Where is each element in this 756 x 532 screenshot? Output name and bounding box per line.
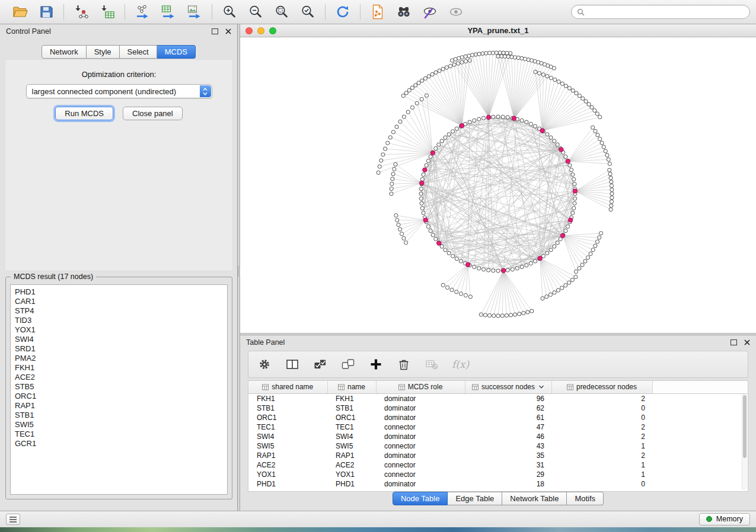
- network-node[interactable]: [546, 251, 549, 255]
- network-node[interactable]: [609, 176, 613, 180]
- network-node[interactable]: [553, 78, 557, 81]
- cell-mcds_role[interactable]: dominator: [376, 479, 465, 489]
- tab-motifs[interactable]: Motifs: [567, 492, 604, 505]
- dominator-node[interactable]: [559, 148, 563, 152]
- cell-shared_name[interactable]: RAP1: [248, 451, 327, 460]
- network-node[interactable]: [379, 159, 383, 162]
- network-node[interactable]: [388, 136, 392, 139]
- network-node[interactable]: [605, 153, 609, 157]
- network-node[interactable]: [546, 133, 549, 136]
- panel-menu-button[interactable]: [6, 514, 20, 525]
- cell-name[interactable]: ACE2: [327, 460, 376, 470]
- network-node[interactable]: [482, 116, 486, 120]
- zoom-in-button[interactable]: [219, 2, 240, 21]
- mcds-result-list[interactable]: PHD1CAR1STP4TID3YOX1SWI4SRD1PMA2FKH1ACE2…: [10, 284, 228, 495]
- network-node[interactable]: [546, 75, 549, 78]
- network-node[interactable]: [395, 125, 398, 129]
- network-node[interactable]: [571, 173, 575, 177]
- export-network-button[interactable]: [132, 2, 153, 21]
- network-node[interactable]: [522, 311, 525, 315]
- cell-successor[interactable]: 96: [465, 393, 551, 403]
- export-table-button[interactable]: [158, 2, 179, 21]
- network-node[interactable]: [600, 141, 604, 145]
- network-node[interactable]: [610, 204, 613, 207]
- open-session-button[interactable]: [9, 2, 31, 21]
- network-node[interactable]: [438, 69, 441, 72]
- network-node[interactable]: [498, 51, 502, 55]
- network-node[interactable]: [464, 59, 468, 63]
- network-node[interactable]: [390, 182, 394, 185]
- cell-mcds_role[interactable]: dominator: [376, 393, 465, 403]
- network-node[interactable]: [502, 51, 505, 55]
- column-header-successor-nodes[interactable]: successor nodes: [465, 381, 551, 393]
- search-box[interactable]: [571, 5, 750, 19]
- network-node[interactable]: [496, 115, 500, 118]
- network-node[interactable]: [479, 313, 483, 316]
- network-node[interactable]: [541, 297, 544, 300]
- network-node[interactable]: [451, 254, 455, 258]
- network-node[interactable]: [610, 200, 613, 203]
- cell-name[interactable]: TEC1: [327, 422, 376, 432]
- network-node[interactable]: [610, 184, 613, 188]
- network-node[interactable]: [564, 229, 567, 233]
- network-node[interactable]: [420, 97, 423, 101]
- column-browser-button[interactable]: [285, 357, 300, 372]
- add-row-button[interactable]: [368, 357, 384, 372]
- network-node[interactable]: [573, 201, 576, 205]
- cell-name[interactable]: STB1: [327, 403, 376, 413]
- network-node[interactable]: [402, 115, 406, 118]
- network-node[interactable]: [381, 153, 385, 156]
- table-row[interactable]: ORC1ORC1dominator610: [248, 413, 748, 422]
- export-image-button[interactable]: [184, 2, 205, 21]
- network-node[interactable]: [534, 70, 537, 73]
- network-node[interactable]: [534, 259, 537, 263]
- network-node[interactable]: [482, 268, 486, 271]
- cell-name[interactable]: SWI4: [327, 432, 376, 441]
- network-node[interactable]: [594, 129, 597, 133]
- cell-name[interactable]: YOX1: [327, 470, 376, 479]
- cell-shared_name[interactable]: ORC1: [248, 413, 327, 422]
- network-node[interactable]: [598, 116, 602, 119]
- network-node[interactable]: [390, 192, 393, 196]
- dominator-node[interactable]: [487, 115, 491, 119]
- network-node[interactable]: [520, 265, 524, 269]
- network-node[interactable]: [553, 291, 556, 294]
- network-node[interactable]: [468, 295, 472, 299]
- network-node[interactable]: [505, 313, 508, 317]
- table-panel-header[interactable]: Table Panel: [240, 335, 756, 350]
- cell-shared_name[interactable]: FKH1: [248, 393, 327, 403]
- cell-mcds_role[interactable]: dominator: [376, 451, 465, 460]
- network-node[interactable]: [610, 188, 614, 191]
- network-node[interactable]: [595, 240, 599, 243]
- network-node[interactable]: [596, 133, 599, 137]
- network-node[interactable]: [473, 118, 476, 122]
- cell-mcds_role[interactable]: dominator: [376, 403, 465, 413]
- network-node[interactable]: [437, 143, 441, 146]
- network-node[interactable]: [520, 118, 524, 122]
- network-node[interactable]: [431, 233, 435, 237]
- cell-mcds_role[interactable]: connector: [376, 422, 465, 432]
- network-node[interactable]: [378, 165, 381, 168]
- network-node[interactable]: [570, 278, 574, 281]
- network-node[interactable]: [571, 89, 575, 92]
- network-node[interactable]: [534, 124, 537, 128]
- network-node[interactable]: [564, 84, 567, 88]
- network-node[interactable]: [447, 251, 451, 255]
- dominator-node[interactable]: [512, 116, 516, 120]
- cell-name[interactable]: SWI5: [327, 441, 376, 451]
- network-node[interactable]: [440, 139, 444, 143]
- float-panel-icon[interactable]: [731, 339, 737, 345]
- cell-shared_name[interactable]: SWI4: [248, 432, 327, 441]
- tab-node-table[interactable]: Node Table: [393, 492, 448, 505]
- network-node[interactable]: [523, 57, 527, 60]
- table-row[interactable]: TEC1TEC1connector472: [248, 422, 748, 432]
- network-node[interactable]: [591, 126, 595, 129]
- tab-mcds[interactable]: MCDS: [157, 45, 196, 59]
- column-header-name[interactable]: name: [327, 381, 376, 393]
- network-node[interactable]: [459, 259, 462, 263]
- cell-name[interactable]: FKH1: [327, 393, 376, 403]
- network-node[interactable]: [452, 63, 456, 66]
- control-panel-header[interactable]: Control Panel: [0, 24, 237, 39]
- search-network-button[interactable]: [393, 2, 414, 21]
- network-node[interactable]: [394, 214, 398, 217]
